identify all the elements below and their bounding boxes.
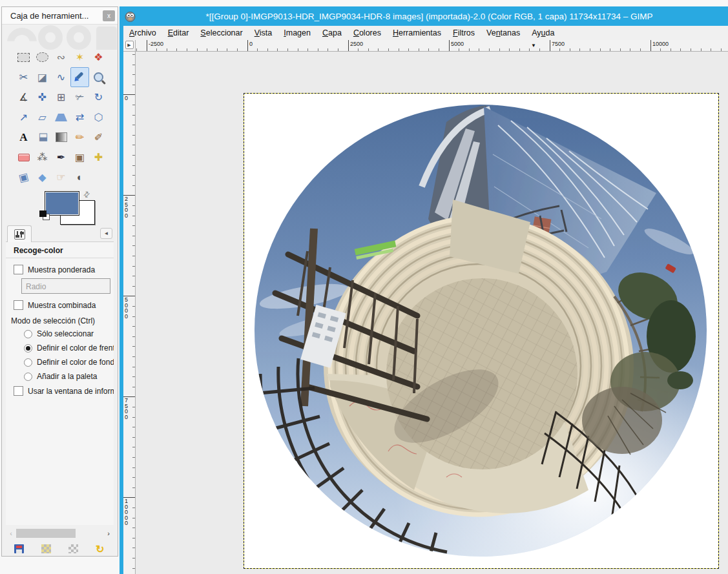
restore-icon	[41, 544, 51, 553]
scroll-left-icon[interactable]: ‹	[6, 529, 16, 537]
menu-archivo[interactable]: Archivo	[123, 26, 162, 40]
swap-colors-icon[interactable]: ⇄	[81, 189, 92, 200]
foreground-color-swatch[interactable]	[45, 191, 79, 216]
restore-options-button[interactable]	[39, 543, 54, 555]
save-options-button[interactable]	[12, 543, 26, 555]
ruler-corner-button[interactable]: ▶	[123, 40, 136, 52]
tool-flip[interactable]: ⇄	[70, 107, 89, 127]
tool-select-by-color[interactable]: ❖	[89, 47, 108, 67]
radio-unselected[interactable]	[24, 358, 32, 367]
scroll-right-icon[interactable]: ›	[103, 529, 114, 537]
collapse-dock-button[interactable]: ◄	[100, 228, 112, 239]
tool-options-icon	[14, 229, 25, 240]
tool-fuzzy-select[interactable]: ✶	[70, 47, 89, 67]
tool-eraser[interactable]	[14, 147, 33, 167]
little-planet-photo	[253, 103, 709, 559]
menu-seleccionar[interactable]: Seleccionar	[194, 26, 248, 40]
options-scrollbar[interactable]: ‹ ›	[6, 528, 114, 539]
menu-filtros[interactable]: Filtros	[447, 26, 481, 40]
menu-herramientas[interactable]: Herramientas	[387, 26, 447, 40]
canvas-viewport[interactable]	[136, 52, 728, 574]
tool-blur-sharpen[interactable]: ◆	[33, 167, 52, 187]
tool-paths[interactable]: ∿	[52, 67, 70, 87]
menu-vista[interactable]: Vista	[249, 26, 278, 40]
tool-foreground-select[interactable]: ◪	[33, 67, 52, 87]
horizontal-ruler[interactable]: -2500025005000750010000▼	[136, 40, 728, 52]
menu-ayuda[interactable]: Ayuda	[526, 26, 560, 40]
tool-scale[interactable]: ↗	[14, 107, 33, 127]
tool-blend[interactable]	[52, 127, 70, 147]
mode-option-row[interactable]: Sólo seleccionar	[6, 327, 114, 341]
combined-sample-row[interactable]: Muestra combinada	[6, 298, 114, 313]
selection-mode-list: Sólo seleccionarDefinir el color de fren…	[6, 327, 114, 384]
checkbox-info-window[interactable]	[14, 386, 23, 396]
tool-paintbrush[interactable]: ✐	[89, 127, 108, 147]
info-window-row[interactable]: Usar la ventana de informació	[6, 384, 114, 398]
tab-tool-options[interactable]	[7, 225, 32, 242]
checkbox-weighted-sample[interactable]	[14, 265, 23, 274]
scrollbar-track[interactable]	[16, 529, 103, 538]
vertical-ruler[interactable]: 025005000750010000	[123, 52, 136, 574]
foreground-select-icon: ◪	[37, 72, 47, 83]
default-colors-icon[interactable]	[39, 210, 50, 220]
tool-smudge[interactable]: ☞	[52, 167, 70, 187]
ruler-corner-icon: ▶	[125, 41, 134, 49]
tool-options-title: Recoge-color	[6, 242, 114, 258]
radio-unselected[interactable]	[24, 373, 32, 381]
radius-input[interactable]: Radio	[21, 278, 110, 294]
menu-imagen[interactable]: Imagen	[278, 26, 317, 40]
radio-unselected[interactable]	[24, 330, 32, 338]
tool-rectangle-select[interactable]	[14, 47, 33, 67]
color-swatch-area: ⇄	[2, 190, 119, 223]
tool-ellipse-select[interactable]	[33, 47, 52, 67]
tool-bucket-fill[interactable]: ◧	[33, 127, 52, 147]
tool-ink[interactable]: ✒	[52, 147, 70, 167]
weighted-sample-row[interactable]: Muestra ponderada	[6, 262, 114, 277]
tool-clone[interactable]: ▣	[70, 147, 89, 167]
tool-heal[interactable]: ✚	[89, 147, 108, 167]
menu-bar: ArchivoEditarSeleccionarVistaImagenCapaC…	[123, 26, 728, 40]
v-ruler-label: 5000	[125, 297, 128, 319]
delete-options-button[interactable]	[66, 543, 80, 555]
zoom-icon	[94, 72, 103, 82]
tool-pencil[interactable]: ✏	[70, 127, 89, 147]
mode-option-row[interactable]: Definir el color de frente	[6, 341, 114, 355]
reset-options-button[interactable]: ↺	[93, 543, 107, 555]
toolbox-window: Caja de herramient... x ∾✶❖✂◪∿∡✜⊞✃↻↗▱⇄⬡A…	[1, 6, 118, 557]
tool-measure[interactable]: ∡	[14, 87, 33, 107]
tool-text[interactable]: A	[14, 127, 33, 147]
airbrush-icon: ⁂	[37, 152, 48, 163]
checkbox-combined-sample[interactable]	[14, 300, 23, 310]
tool-perspective-clone[interactable]: ▣	[14, 167, 33, 187]
tool-crop[interactable]: ✃	[70, 87, 89, 107]
window-titlebar[interactable]: *[[Group 0]-IMGP9013-HDR_IMGP9034-HDR-8 …	[120, 6, 728, 26]
menu-colores[interactable]: Colores	[348, 26, 387, 40]
tool-shear[interactable]: ▱	[33, 107, 52, 127]
close-icon[interactable]: x	[103, 10, 115, 21]
menu-capa[interactable]: Capa	[317, 26, 348, 40]
tool-cage-transform[interactable]: ⬡	[89, 107, 108, 127]
tool-airbrush[interactable]: ⁂	[33, 147, 52, 167]
gimp-main-window: *[[Group 0]-IMGP9013-HDR_IMGP9034-HDR-8 …	[120, 6, 728, 574]
tool-free-select[interactable]: ∾	[52, 47, 70, 67]
scrollbar-thumb[interactable]	[16, 529, 76, 538]
mode-option-row[interactable]: Definir el color de fondo	[6, 355, 114, 369]
tool-move[interactable]: ✜	[33, 87, 52, 107]
tool-color-picker[interactable]	[70, 67, 89, 87]
tool-rotate[interactable]: ↻	[89, 87, 108, 107]
radio-selected[interactable]	[24, 344, 32, 353]
h-ruler-tick	[147, 40, 147, 51]
tool-alignment[interactable]: ⊞	[52, 87, 70, 107]
image-canvas[interactable]	[244, 94, 718, 568]
tool-scissors-select[interactable]: ✂	[14, 67, 33, 87]
tool-perspective[interactable]	[52, 107, 70, 127]
menu-ventanas[interactable]: Ventanas	[481, 26, 526, 40]
paths-icon: ∿	[57, 72, 65, 83]
tool-zoom[interactable]	[89, 67, 108, 87]
tool-dodge-burn[interactable]: ◐	[70, 167, 89, 187]
menu-editar[interactable]: Editar	[162, 26, 195, 40]
pencil-icon: ✏	[76, 132, 84, 143]
mode-option-row[interactable]: Añadir a la paleta	[6, 369, 114, 384]
toolbox-titlebar[interactable]: Caja de herramient... x	[2, 7, 118, 25]
h-ruler-tick	[550, 40, 550, 51]
